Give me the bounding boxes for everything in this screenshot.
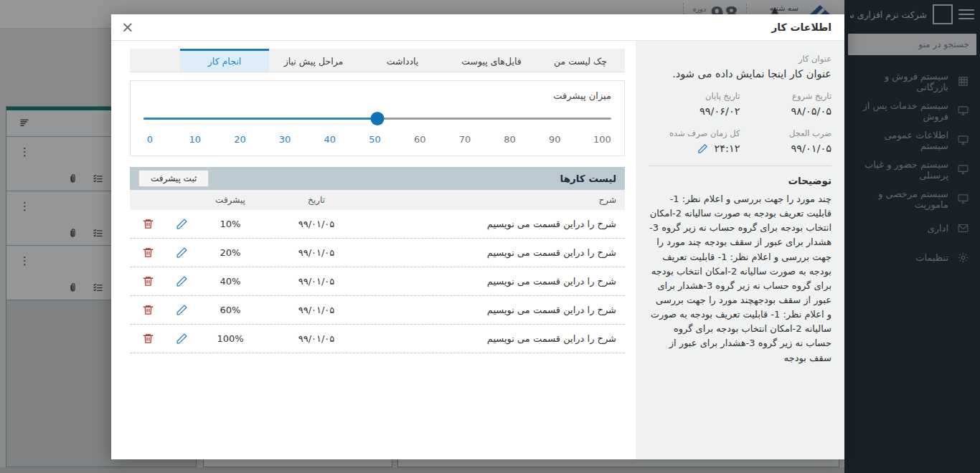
task-title-value: عنوان کار اینجا نمایش داده می شود.: [649, 68, 831, 80]
pencil-icon: [176, 247, 188, 259]
row-date: ۹۹/۰۱/۰۵: [263, 305, 370, 315]
trash-icon: [142, 247, 154, 259]
delete-row-button[interactable]: [141, 216, 156, 231]
submit-progress-button[interactable]: ثبت پیشرفت: [138, 170, 209, 187]
progress-slider-section: میزان پیشرفت 0102030405060708090100: [130, 80, 625, 156]
trash-icon: [142, 304, 154, 316]
slider-tick-label: 20: [233, 134, 246, 145]
pencil-icon: [176, 218, 188, 230]
task-list-title: لیست کارها: [560, 173, 616, 184]
slider-tick-label: 10: [189, 134, 202, 145]
slider-tick-label: 100: [593, 134, 611, 145]
slider-tick-label: 90: [548, 134, 561, 145]
trash-icon: [142, 275, 154, 287]
close-icon[interactable]: ×: [121, 20, 134, 35]
deadline-value: ۹۹/۰۱/۰۵: [740, 143, 832, 154]
edit-row-button[interactable]: [174, 216, 189, 231]
progress-slider-label: میزان پیشرفت: [143, 90, 611, 101]
description-label: توضیحات: [649, 175, 831, 186]
end-date-value: ۹۹/۰۶/۰۲: [649, 105, 740, 117]
slider-tick-label: 70: [458, 134, 471, 145]
tab-label: انجام کار: [208, 56, 241, 67]
table-row: شرح را دراین قسمت می نویسیم ۹۹/۰۱/۰۵ 40%: [130, 267, 625, 296]
delete-row-button[interactable]: [141, 245, 156, 260]
table-row: شرح را دراین قسمت می نویسیم ۹۹/۰۱/۰۵ 100…: [130, 325, 625, 353]
task-info-modal: اطلاعات کار عنوان کار عنوان کار اینجا نم…: [111, 14, 844, 459]
row-date: ۹۹/۰۱/۰۵: [263, 333, 370, 344]
tab[interactable]: یادداشت: [358, 49, 447, 72]
edit-time-pencil-icon[interactable]: [697, 143, 708, 154]
start-date-value: ۹۸/۰۵/۰۵: [740, 105, 832, 117]
table-column-headers: شرح تاریخ پیشرفت: [130, 190, 625, 210]
row-description: شرح را دراین قسمت می نویسیم: [370, 333, 625, 344]
delete-row-button[interactable]: [141, 302, 156, 317]
pencil-icon: [176, 333, 188, 345]
edit-row-button[interactable]: [174, 245, 189, 260]
modal-header: ×: [111, 14, 636, 41]
end-date-label: تاریخ پایان: [649, 91, 740, 101]
row-description: شرح را دراین قسمت می نویسیم: [370, 305, 625, 315]
pencil-icon: [176, 304, 188, 316]
pencil-icon: [176, 275, 188, 287]
slider-tick-label: 60: [413, 134, 426, 145]
slider-fill: [143, 118, 377, 120]
table-row: شرح را دراین قسمت می نویسیم ۹۹/۰۱/۰۵ 20%: [130, 239, 625, 267]
table-row: شرح را دراین قسمت می نویسیم ۹۹/۰۱/۰۵ 60%: [130, 296, 625, 325]
row-date: ۹۹/۰۱/۰۵: [263, 247, 370, 258]
description-text: چند مورد را جهت بررسی و اعلام نظر: 1- قا…: [649, 192, 831, 366]
tab-label: یادداشت: [387, 56, 419, 67]
tab-label: فایل‌های پیوست: [461, 56, 521, 67]
slider-tick-label: 80: [504, 134, 517, 145]
modal-main-area: × چک لیست من فایل‌های پیوست یادداشت مراح…: [111, 14, 636, 459]
tab-label: چک لیست من: [554, 56, 607, 67]
row-progress: 20%: [198, 247, 263, 258]
row-description: شرح را دراین قسمت می نویسیم: [370, 276, 625, 287]
row-date: ۹۹/۰۱/۰۵: [263, 219, 370, 229]
slider-tick-label: 30: [278, 134, 291, 145]
row-progress: 100%: [198, 333, 263, 344]
row-description: شرح را دراین قسمت می نویسیم: [370, 219, 625, 229]
tab-label: مراحل پیش نیاز: [284, 56, 344, 67]
row-progress: 60%: [198, 305, 263, 315]
start-date-label: تاریخ شروع: [740, 91, 832, 101]
progress-slider[interactable]: [143, 112, 611, 125]
task-info-panel: اطلاعات کار عنوان کار عنوان کار اینجا نم…: [636, 14, 844, 459]
row-date: ۹۹/۰۱/۰۵: [263, 276, 370, 287]
tab[interactable]: انجام کار: [180, 49, 269, 72]
tab[interactable]: چک لیست من: [536, 49, 625, 72]
time-spent-value: ۲۴:۱۲: [714, 143, 740, 154]
divider: [649, 166, 831, 166]
slider-tick-label: 0: [143, 134, 156, 145]
delete-row-button[interactable]: [141, 331, 156, 346]
slider-tick-label: 40: [324, 134, 336, 145]
modal-tabs: چک لیست من فایل‌های پیوست یادداشت مراحل …: [130, 49, 625, 72]
slider-tick-label: 50: [369, 134, 382, 145]
column-date: تاریخ: [263, 195, 370, 205]
delete-row-button[interactable]: [141, 274, 156, 289]
modal-title: اطلاعات کار: [636, 14, 844, 41]
tab[interactable]: مراحل پیش نیاز: [269, 49, 358, 72]
task-title-label: عنوان کار: [649, 54, 831, 64]
edit-row-button[interactable]: [174, 302, 189, 317]
task-rows: شرح را دراین قسمت می نویسیم ۹۹/۰۱/۰۵ 10%: [130, 210, 625, 353]
column-desc: شرح: [370, 195, 625, 205]
edit-row-button[interactable]: [174, 331, 189, 346]
task-list-header: لیست کارها ثبت پیشرفت: [130, 167, 625, 190]
row-progress: 40%: [198, 276, 263, 287]
table-row: شرح را دراین قسمت می نویسیم ۹۹/۰۱/۰۵ 10%: [130, 210, 625, 239]
trash-icon: [142, 218, 154, 230]
slider-thumb[interactable]: [371, 112, 385, 125]
row-progress: 10%: [198, 219, 263, 229]
slider-ticks: 0102030405060708090100: [143, 134, 611, 145]
row-description: شرح را دراین قسمت می نویسیم: [370, 247, 625, 258]
time-spent-label: کل زمان صرف شده: [649, 128, 740, 138]
task-list-section: لیست کارها ثبت پیشرفت شرح تاریخ پیشرفت ش…: [130, 167, 625, 353]
column-progress: پیشرفت: [198, 195, 263, 205]
edit-row-button[interactable]: [174, 274, 189, 289]
trash-icon: [142, 333, 154, 345]
tab[interactable]: فایل‌های پیوست: [447, 49, 536, 72]
deadline-label: ضرب العجل: [740, 128, 832, 138]
